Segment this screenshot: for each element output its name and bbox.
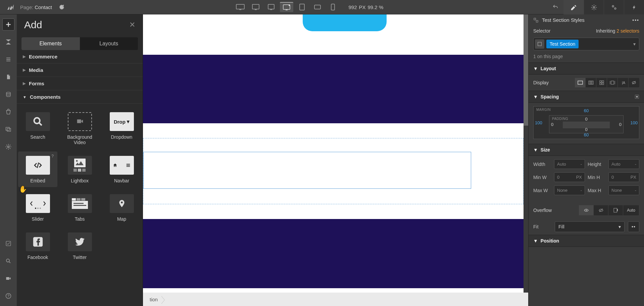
canvas[interactable]	[143, 14, 524, 293]
padding-box[interactable]: PADDING 0 0 0 0	[549, 115, 624, 133]
canvas-unit: PX	[359, 4, 366, 10]
breakpoint-mobile-l[interactable]	[311, 2, 324, 12]
pages-icon[interactable]	[2, 53, 14, 65]
undo-icon[interactable]	[552, 4, 558, 10]
category-ecommerce[interactable]: ▶Ecommerce	[17, 50, 143, 63]
help-icon[interactable]: ?	[2, 290, 14, 302]
effects-tab-icon[interactable]	[624, 0, 644, 14]
height-input[interactable]: Auto-	[608, 159, 639, 169]
margin-right[interactable]: 100	[630, 120, 638, 125]
component-bgvideo[interactable]: Background Video	[60, 108, 99, 149]
selector-tag[interactable]: Test Section	[546, 40, 579, 48]
overflow-auto[interactable]: Auto	[623, 205, 639, 215]
category-forms[interactable]: ▶Forms	[17, 77, 143, 90]
svg-rect-9	[300, 4, 304, 10]
margin-left[interactable]: 100	[535, 120, 542, 125]
overflow-visible-icon[interactable]	[579, 205, 594, 215]
page-name[interactable]: Contact	[35, 4, 52, 10]
canvas-hero-section[interactable]	[143, 14, 524, 55]
display-none-icon[interactable]	[629, 78, 639, 87]
close-icon[interactable]: ✕	[129, 20, 135, 29]
project-settings-icon[interactable]	[2, 141, 14, 153]
padding-left[interactable]: 0	[551, 122, 553, 127]
display-block-icon[interactable]	[575, 78, 586, 87]
reload-icon[interactable]	[59, 4, 65, 10]
overflow-hidden-icon[interactable]	[594, 205, 608, 215]
canvas-scrollbar[interactable]	[524, 14, 528, 293]
selector-dropdown-icon[interactable]: ▾	[631, 41, 638, 47]
section-spacing[interactable]: ▼ Spacing	[529, 91, 644, 103]
section-position[interactable]: ▼Position	[529, 235, 644, 247]
component-map[interactable]: Map	[102, 190, 141, 225]
component-embed[interactable]: ? Embed	[18, 151, 57, 187]
inheriting-link[interactable]: 2 selectors	[616, 28, 639, 34]
selector-type-icon[interactable]	[535, 39, 544, 49]
breakpoint-default[interactable]	[280, 2, 293, 12]
tab-layouts[interactable]: Layouts	[80, 37, 138, 50]
section-layout[interactable]: ▼Layout	[529, 62, 644, 75]
component-twitter[interactable]: Twitter	[60, 228, 99, 264]
svg-rect-32	[77, 120, 81, 123]
assets-icon[interactable]	[2, 123, 14, 135]
canvas-selected-container[interactable]	[143, 152, 471, 189]
cms-icon[interactable]	[2, 71, 14, 83]
fit-more-icon[interactable]: ••	[628, 221, 639, 232]
spacing-options-icon[interactable]	[635, 94, 639, 99]
category-components[interactable]: ▼Components	[17, 90, 143, 104]
margin-top[interactable]: 60	[584, 108, 589, 113]
scrollbar-thumb[interactable]	[524, 14, 528, 126]
component-lightbox[interactable]: Lightbox	[60, 151, 99, 187]
minw-input[interactable]: 0PX	[554, 172, 585, 182]
add-elements-icon[interactable]	[2, 18, 14, 31]
component-navbar[interactable]: Navbar	[102, 151, 141, 187]
breakpoint-lg[interactable]	[249, 2, 262, 12]
canvas-submit-button[interactable]	[303, 14, 387, 31]
search-rail-icon[interactable]	[2, 255, 14, 267]
section-size[interactable]: ▼Size	[529, 144, 644, 156]
tab-elements[interactable]: Elements	[21, 37, 80, 50]
fit-select[interactable]: Fill▾	[555, 221, 625, 232]
component-search[interactable]: Search	[18, 108, 57, 149]
padding-right[interactable]: 0	[619, 122, 622, 127]
component-facebook[interactable]: Facebook	[18, 228, 57, 264]
maxw-input[interactable]: None-	[554, 185, 585, 195]
more-options-icon[interactable]: •••	[632, 17, 639, 23]
help-badge[interactable]: ?	[51, 154, 54, 159]
ecommerce-icon[interactable]	[2, 88, 14, 100]
canvas-dark-section-2[interactable]	[143, 219, 524, 288]
selector-input[interactable]: Test Section ▾	[533, 38, 639, 50]
component-slider[interactable]: Slider	[18, 190, 57, 225]
display-flex-icon[interactable]	[586, 78, 596, 87]
interactions-tab-icon[interactable]	[604, 0, 624, 14]
webflow-logo-icon[interactable]	[6, 3, 14, 11]
breakpoint-md[interactable]	[264, 2, 278, 12]
maxh-input[interactable]: None-	[608, 185, 639, 195]
canvas-white-section[interactable]	[143, 123, 524, 219]
display-inline-block-icon[interactable]	[607, 78, 618, 87]
navigator-icon[interactable]	[2, 36, 14, 48]
width-input[interactable]: Auto-	[554, 159, 585, 169]
style-tab-icon[interactable]	[563, 0, 584, 14]
component-tabs[interactable]: Tabs	[60, 190, 99, 225]
category-media[interactable]: ▶Media	[17, 63, 143, 77]
overflow-scroll-icon[interactable]	[608, 205, 623, 215]
canvas-size-readout[interactable]: 992 PX 99.2 %	[348, 4, 383, 10]
breakpoint-xl[interactable]	[234, 2, 247, 12]
component-dropdown[interactable]: Drop ▾ Dropdown	[102, 108, 141, 149]
padding-top[interactable]: 0	[585, 117, 587, 122]
breadcrumb-item[interactable]: tion	[146, 295, 162, 304]
display-grid-icon[interactable]	[596, 78, 607, 87]
breakpoint-mobile[interactable]	[326, 2, 340, 12]
canvas-dark-section-1[interactable]	[143, 55, 524, 123]
breakpoint-tablet[interactable]	[295, 2, 309, 12]
padding-bottom[interactable]: 0	[585, 127, 587, 132]
display-inline-icon[interactable]: |A|	[618, 78, 629, 87]
minh-input[interactable]: 0PX	[608, 172, 639, 182]
audit-icon[interactable]	[2, 237, 14, 250]
margin-box[interactable]: MARGIN 60 60 100 100 PADDING 0 0 0 0	[533, 106, 639, 139]
users-icon[interactable]	[2, 106, 14, 118]
canvas-selected-section[interactable]	[143, 138, 524, 204]
selector-mode-icon[interactable]	[533, 17, 539, 23]
video-icon[interactable]	[2, 272, 14, 285]
settings-tab-icon[interactable]	[584, 0, 604, 14]
